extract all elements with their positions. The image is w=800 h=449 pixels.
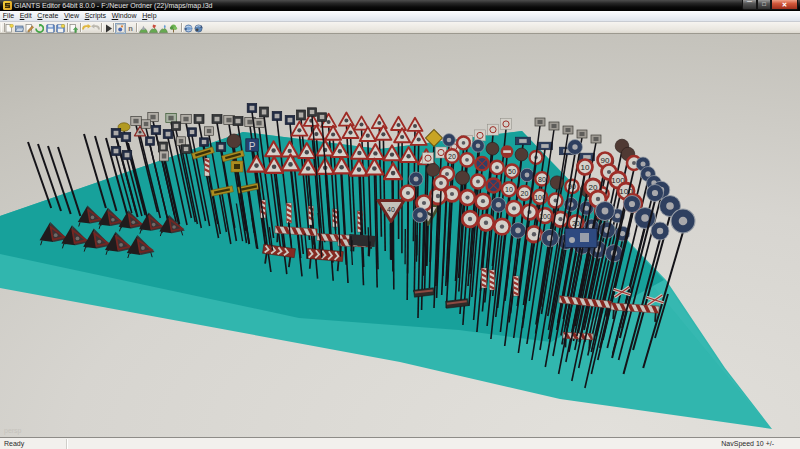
svg-text:10: 10	[581, 163, 590, 172]
svg-text:40: 40	[387, 206, 395, 213]
svg-text:20: 20	[521, 190, 529, 197]
svg-text:50: 50	[508, 168, 516, 175]
svg-text:10: 10	[505, 186, 513, 193]
svg-text:P: P	[249, 141, 256, 152]
svg-text:80: 80	[538, 176, 546, 183]
svg-text:20: 20	[448, 153, 456, 160]
